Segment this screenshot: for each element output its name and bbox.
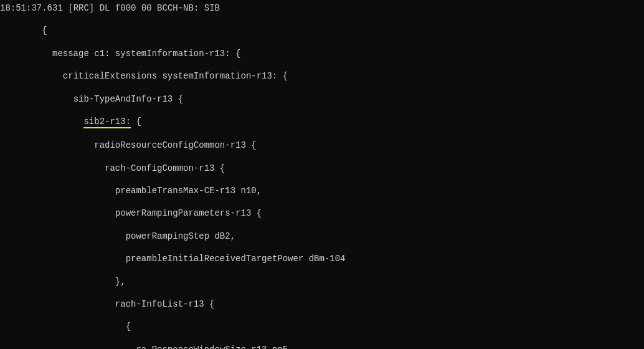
sib2-open: {: [131, 117, 141, 127]
sib2-r13-label: sib2-r13:: [83, 116, 131, 128]
brace-open: {: [42, 26, 47, 36]
log-code2: 00: [141, 3, 152, 13]
log-header-line: 18:51:37.631 [RRC] DL f000 00 BCCH-NB: S…: [0, 2, 644, 14]
rach-config-line: rach-ConfigCommon-r13 {: [105, 163, 225, 173]
rrcc-line: radioResourceConfigCommon-r13 {: [94, 140, 256, 150]
log-direction: DL: [100, 3, 110, 13]
pirt-line: preambleInitialReceivedTargetPower dBm-1…: [126, 254, 346, 264]
sib-type-line: sib-TypeAndInfo-r13 {: [73, 94, 183, 104]
brace-open-2: {: [126, 322, 131, 332]
rach-info-line: rach-InfoList-r13 {: [115, 299, 215, 309]
log-code1: f000: [115, 3, 136, 13]
close-brace-1: },: [115, 277, 126, 287]
crit-ext-line: criticalExtensions systemInformation-r13…: [63, 71, 288, 81]
log-tag: [RRC]: [68, 3, 94, 13]
log-output: 18:51:37.631 [RRC] DL f000 00 BCCH-NB: S…: [0, 0, 644, 349]
log-channel: BCCH-NB:: [157, 3, 199, 13]
prs-line: powerRampingStep dB2,: [126, 231, 235, 241]
preamble-line: preambleTransMax-CE-r13 n10,: [115, 186, 262, 196]
prp-line: powerRampingParameters-r13 {: [115, 208, 262, 218]
ra-resp-line: ra-ResponseWindowSize-r13 pp5,: [136, 345, 293, 349]
log-msgtype: SIB: [204, 3, 220, 13]
message-line: message c1: systemInformation-r13: {: [52, 49, 240, 59]
timestamp: 18:51:37.631: [0, 3, 63, 13]
